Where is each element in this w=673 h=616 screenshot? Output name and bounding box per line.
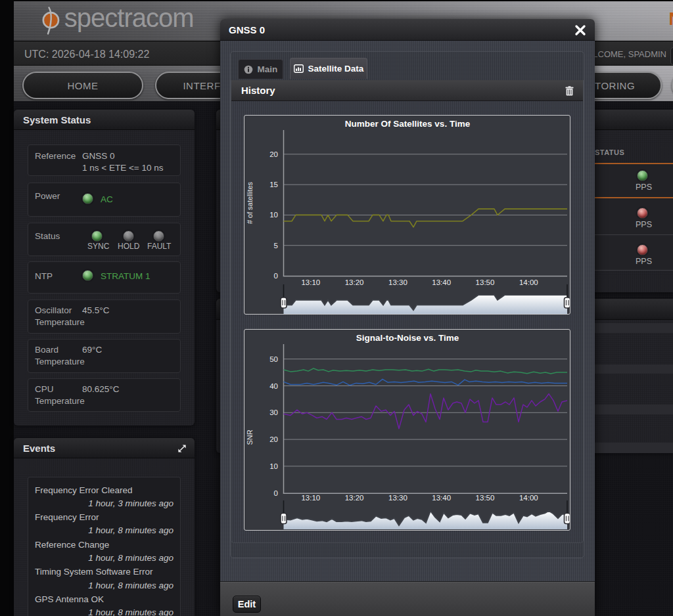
svg-text:14:00: 14:00	[519, 494, 538, 502]
svg-text:20: 20	[269, 435, 278, 443]
svg-text:# of satellites: # of satellites	[246, 181, 254, 224]
svg-text:13:40: 13:40	[432, 494, 451, 502]
svg-text:SNR: SNR	[246, 429, 254, 445]
svg-text:15: 15	[269, 181, 278, 188]
svg-text:20: 20	[269, 150, 278, 158]
svg-text:spectracom: spectracom	[64, 5, 194, 32]
svg-text:0: 0	[274, 272, 278, 280]
svg-text:30: 30	[269, 408, 278, 416]
svg-text:5: 5	[274, 242, 278, 250]
svg-text:0: 0	[274, 489, 278, 497]
svg-text:13:20: 13:20	[345, 278, 364, 286]
svg-text:13:50: 13:50	[476, 494, 495, 502]
svg-text:Number Of Satellites vs. Time: Number Of Satellites vs. Time	[345, 119, 471, 129]
svg-text:10: 10	[269, 211, 278, 219]
svg-text:13:50: 13:50	[476, 278, 495, 286]
svg-text:14:00: 14:00	[519, 278, 538, 286]
svg-text:40: 40	[269, 382, 278, 390]
svg-text:13:20: 13:20	[345, 494, 364, 502]
svg-text:13:10: 13:10	[301, 278, 320, 286]
svg-text:13:40: 13:40	[432, 278, 451, 286]
svg-text:13:30: 13:30	[388, 494, 407, 502]
svg-text:13:30: 13:30	[388, 278, 407, 286]
svg-text:10: 10	[269, 462, 278, 470]
svg-text:50: 50	[269, 355, 278, 363]
svg-text:Signal-to-Noise vs. Time: Signal-to-Noise vs. Time	[356, 333, 459, 343]
svg-text:13:10: 13:10	[301, 494, 320, 502]
